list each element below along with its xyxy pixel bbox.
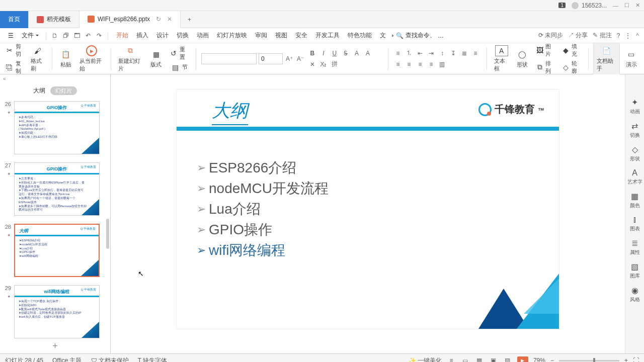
thumbnail-view-tab[interactable]: 幻灯片 (50, 86, 77, 95)
thumb-row[interactable]: 27✦GPIO操作Q 千锋教育➤注意事项：➤初始化工具一旦成功将ESPlorer… (2, 162, 106, 216)
format-painter-button[interactable]: 🖌格式刷 (29, 44, 47, 73)
notification-badge[interactable]: 1 (558, 3, 566, 8)
text-direction-icon[interactable]: ↧ (449, 49, 458, 58)
cut-button[interactable]: ✂剪切 (4, 42, 27, 59)
indent-right-icon[interactable]: ⇥ (427, 49, 436, 58)
hamburger-icon[interactable]: ☰ (5, 31, 17, 40)
shape-button[interactable]: ◯形状 (514, 48, 531, 69)
menu-特色功能[interactable]: 特色功能 (344, 31, 376, 40)
menu-幻灯片放映[interactable]: 幻灯片放映 (213, 31, 251, 40)
columns-icon[interactable]: ▥ (438, 60, 447, 69)
slideshow-view-icon[interactable]: ▧ (503, 356, 512, 362)
justify-icon[interactable]: ≡ (416, 60, 425, 69)
sync-button[interactable]: ⟳ 未同步 (538, 31, 563, 40)
reading-view-icon[interactable]: ▣ (489, 356, 498, 362)
menu-安全[interactable]: 安全 (291, 31, 311, 40)
menu-开始[interactable]: 开始 (112, 31, 132, 40)
collapse-ribbon-button[interactable]: ^ (636, 32, 639, 39)
slide-thumbnail[interactable]: wifi网络编程Q 千锋教育➤实现一个TCP通信 点灯操作： ➤初始化WIFI … (14, 285, 100, 338)
new-slide-button[interactable]: ⧉新建幻灯片 (116, 44, 144, 73)
fill-button[interactable]: ◆填充 (560, 42, 583, 59)
help-button[interactable]: ? (617, 32, 620, 39)
italic-icon[interactable]: I (319, 49, 328, 58)
print-icon[interactable]: 🗇 (61, 31, 70, 40)
highlight-icon[interactable]: A (363, 49, 372, 58)
bold-icon[interactable]: B (308, 49, 317, 58)
minimize-button[interactable]: — (613, 3, 618, 9)
share-button[interactable]: ↗ 分享 (568, 31, 588, 40)
line-spacing-icon[interactable]: ↕ (438, 49, 447, 58)
paste-button[interactable]: 📋粘贴 (57, 48, 74, 69)
increase-font-icon[interactable]: A⁺ (285, 54, 294, 63)
side-panel-图库[interactable]: ▧图库 (630, 262, 640, 280)
play-button[interactable]: ▶ (517, 356, 528, 362)
side-panel-动画[interactable]: ✦动画 (630, 98, 640, 115)
font-size-select[interactable]: 0 (259, 53, 283, 64)
side-panel-切换[interactable]: ⇄切换 (630, 121, 640, 139)
zoom-slider[interactable] (559, 360, 619, 361)
side-panel-颜色[interactable]: ▦颜色 (630, 192, 640, 209)
font-color-icon[interactable]: A (352, 49, 361, 58)
preview-icon[interactable]: 🗔 (72, 31, 82, 40)
reset-button[interactable]: ↺重置 (168, 45, 191, 62)
distribute-icon[interactable]: ≡ (427, 60, 436, 69)
copy-button[interactable]: ⿻复制 (4, 59, 27, 76)
align-right-icon[interactable]: ≡ (405, 60, 414, 69)
side-panel-图表[interactable]: ⫿图表 (630, 215, 640, 232)
thumbnail-scrollbar[interactable] (106, 219, 109, 249)
align-left-icon[interactable]: ≡ (471, 49, 480, 58)
menu-文[interactable]: 文 (376, 31, 390, 40)
redo-icon[interactable]: ↷ (95, 31, 104, 40)
tab-document[interactable]: WIFI_esp8266.pptx ↻ ✕ (79, 11, 181, 28)
side-panel-艺术字[interactable]: A艺术字 (627, 168, 642, 186)
menu-插入[interactable]: 插入 (132, 31, 152, 40)
account-user[interactable]: 156523... (572, 2, 607, 9)
tab-close-icon[interactable]: ✕ (167, 16, 172, 23)
slide-thumbnail[interactable]: GPIO操作Q 千锋教育➤注意事项：➤初始化工具一旦成功将ESPlorer打开工… (14, 162, 100, 216)
zoom-in-button[interactable]: + (624, 357, 628, 362)
undo-icon[interactable]: ↶ (84, 31, 93, 40)
side-panel-形状[interactable]: ◇形状 (630, 145, 640, 162)
thumb-row[interactable]: 26✦GPIO操作Q 千锋教育➤参考代码： ➤01_flicker_led.lu… (2, 101, 106, 154)
sorter-view-icon[interactable]: ▦ (475, 356, 484, 362)
annotate-button[interactable]: ✎ 批注 (593, 31, 611, 40)
save-icon[interactable]: 🗋 (50, 31, 59, 40)
outline-button[interactable]: ◇轮廓 (560, 59, 583, 76)
clear-format-icon[interactable]: ✕ (308, 60, 317, 69)
slide-canvas-area[interactable]: ↖ 大纲 千锋教育TM ➢ESP8266介绍➢nodeMCU开发流程➢Lua介绍… (111, 74, 625, 353)
beautify-button[interactable]: ✨ 一键美化 (409, 356, 442, 363)
indent-left-icon[interactable]: ⇤ (416, 49, 425, 58)
tab-template-store[interactable]: 稻壳模板 (29, 11, 79, 28)
side-panel-属性[interactable]: ≣属性 (630, 238, 640, 256)
present-button[interactable]: ▭演示 (623, 48, 640, 69)
add-slide-button[interactable]: + (0, 339, 110, 353)
tab-home[interactable]: 首页 (0, 11, 29, 28)
decrease-font-icon[interactable]: A⁻ (296, 54, 305, 63)
protect-status[interactable]: 🛡 文档未保护 (91, 356, 129, 363)
strike-icon[interactable]: S̶ (341, 49, 350, 58)
menu-scroll-right-icon[interactable] (392, 34, 394, 37)
pinyin-icon[interactable]: 拼 (330, 60, 339, 69)
bullets-icon[interactable]: ≡ (393, 49, 403, 58)
section-button[interactable]: ▤节 (168, 62, 191, 73)
menu-视图[interactable]: 视图 (271, 31, 291, 40)
subscript-icon[interactable]: X₂ (319, 60, 328, 69)
picture-button[interactable]: 🖼图片 (534, 42, 557, 59)
tab-new[interactable]: + (181, 11, 198, 28)
slide-thumbnail[interactable]: 大纲Q 千锋教育➤ESP8266介绍➤nodeMCU开发流程➤Lua介绍➤GPI… (14, 224, 100, 277)
menu-切换[interactable]: 切换 (173, 31, 193, 40)
outline-view-tab[interactable]: 大纲 (33, 86, 45, 95)
notes-view-icon[interactable]: ≡ (447, 356, 456, 362)
menu-开发工具[interactable]: 开发工具 (311, 31, 344, 40)
numbering-icon[interactable]: ⒈ (405, 49, 414, 58)
file-menu[interactable]: 文件 (19, 30, 42, 41)
thumbnail-list[interactable]: 26✦GPIO操作Q 千锋教育➤参考代码： ➤01_flicker_led.lu… (0, 98, 110, 339)
menu-设计[interactable]: 设计 (152, 31, 173, 40)
align-center-icon[interactable]: ≡ (393, 60, 403, 69)
command-search[interactable]: 🔍 查找命令、 … (396, 31, 444, 40)
layout-button[interactable]: ▦版式 (147, 48, 165, 69)
slide-thumbnail[interactable]: GPIO操作Q 千锋教育➤参考代码： ➤01_flicker_led.lua➤A… (14, 101, 100, 154)
missing-font-status[interactable]: T 缺失字体 (138, 356, 167, 363)
tab-restore-icon[interactable]: ↻ (156, 16, 161, 23)
close-button[interactable]: ✕ (635, 2, 640, 9)
